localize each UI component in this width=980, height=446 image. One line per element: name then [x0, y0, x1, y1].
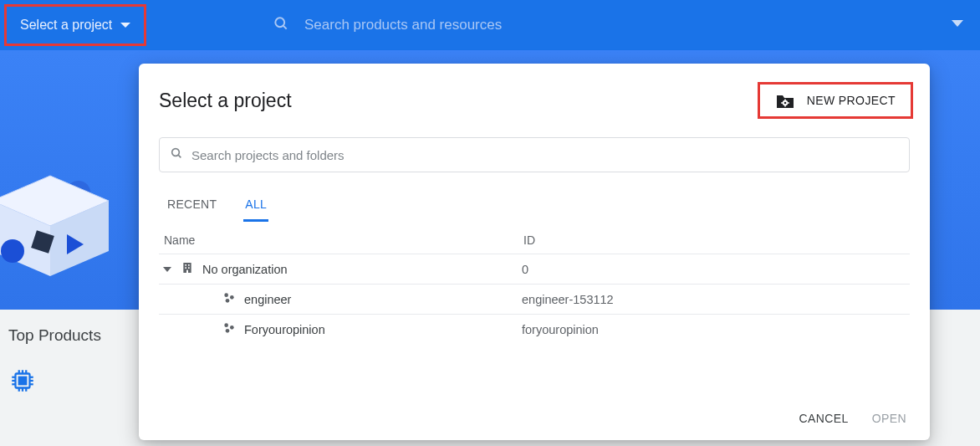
- svg-point-36: [224, 293, 228, 297]
- modal-header: Select a project New Project: [139, 64, 930, 132]
- svg-point-37: [230, 295, 234, 300]
- table-row[interactable]: No organization 0: [159, 254, 910, 284]
- search-icon: [170, 146, 183, 163]
- svg-rect-23: [784, 100, 786, 101]
- row-id: engineer-153112: [522, 293, 906, 306]
- folder-gear-icon: [775, 93, 794, 108]
- project-icon: [222, 321, 236, 337]
- modal-title: Select a project: [159, 90, 292, 112]
- new-project-label: New Project: [807, 94, 896, 107]
- chevron-down-icon[interactable]: [952, 20, 963, 27]
- column-id: ID: [523, 233, 905, 247]
- svg-rect-9: [19, 377, 27, 385]
- organization-icon: [181, 261, 194, 277]
- tab-recent[interactable]: Recent: [166, 189, 218, 222]
- row-id: 0: [522, 263, 906, 276]
- search-icon: [273, 15, 289, 35]
- svg-point-40: [230, 326, 234, 330]
- project-selector-dropdown[interactable]: Select a project: [4, 4, 146, 46]
- global-search-input[interactable]: [304, 17, 967, 33]
- project-selector-modal: Select a project New Project Recent A: [139, 64, 930, 440]
- svg-rect-31: [185, 264, 186, 266]
- svg-point-39: [224, 323, 228, 327]
- svg-point-38: [226, 299, 230, 303]
- svg-point-5: [1, 239, 24, 263]
- modal-footer: Cancel Open: [139, 398, 930, 440]
- row-name: engineer: [244, 293, 291, 306]
- modal-body: Recent All Name ID No organization 0: [139, 132, 930, 398]
- expand-toggle-icon[interactable]: [162, 267, 172, 272]
- row-name: No organization: [202, 263, 288, 276]
- row-id: foryouropinion: [522, 323, 906, 336]
- cancel-button[interactable]: Cancel: [799, 412, 849, 425]
- svg-rect-25: [781, 102, 783, 104]
- project-icon: [222, 291, 236, 307]
- modal-tabs: Recent All: [159, 189, 910, 222]
- svg-line-1: [283, 26, 287, 29]
- svg-rect-35: [186, 270, 188, 273]
- table-row[interactable]: engineer engineer-153112: [159, 284, 910, 314]
- table-row[interactable]: Foryouropinion foryouropinion: [159, 314, 910, 344]
- svg-point-28: [172, 149, 180, 156]
- new-project-button[interactable]: New Project: [758, 82, 913, 119]
- svg-rect-32: [188, 264, 190, 266]
- chevron-down-icon: [120, 23, 130, 28]
- box-illustration: [0, 151, 134, 285]
- svg-rect-24: [784, 105, 786, 107]
- svg-rect-34: [188, 267, 190, 269]
- svg-line-29: [178, 155, 181, 157]
- svg-rect-33: [185, 267, 186, 269]
- svg-point-27: [783, 102, 786, 105]
- tab-all[interactable]: All: [243, 189, 268, 222]
- svg-point-41: [226, 329, 230, 333]
- open-button[interactable]: Open: [872, 412, 906, 425]
- topbar: Select a project: [0, 0, 980, 50]
- svg-point-0: [275, 18, 284, 27]
- row-name: Foryouropinion: [244, 323, 325, 336]
- global-search[interactable]: [273, 15, 967, 35]
- project-search-input[interactable]: [191, 148, 899, 162]
- project-selector-label: Select a project: [20, 18, 112, 33]
- column-name: Name: [164, 233, 523, 247]
- svg-rect-26: [788, 102, 789, 104]
- project-search[interactable]: [159, 137, 910, 172]
- table-header: Name ID: [159, 225, 910, 254]
- compute-chip-icon[interactable]: [8, 367, 37, 395]
